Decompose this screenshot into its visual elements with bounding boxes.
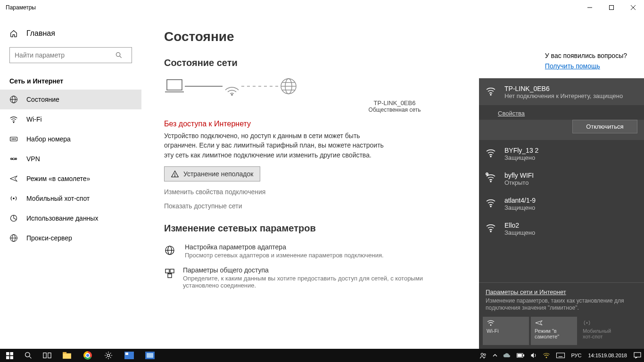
tray-clock[interactable]: 14:15 19.08.2018: [584, 349, 631, 362]
taskbar: РУС 14:15 19.08.2018: [0, 349, 644, 362]
tile-hotspot[interactable]: Мобильный хот-спот: [579, 317, 625, 345]
svg-point-45: [490, 231, 491, 232]
line-dashed-icon: [241, 85, 279, 88]
wifi-icon: [487, 320, 495, 326]
svg-rect-51: [10, 356, 13, 359]
network-status: Защищено: [504, 229, 535, 236]
svg-point-13: [15, 139, 16, 140]
window-title: Параметры: [6, 4, 36, 11]
taskbar-app-generic[interactable]: [140, 349, 160, 362]
network-ssid: atlant4/1-9: [504, 197, 536, 204]
search-input[interactable]: [10, 51, 116, 59]
search-box[interactable]: [9, 47, 132, 63]
sidebar-item-proxy[interactable]: Прокси-сервер: [0, 228, 141, 248]
disconnect-button[interactable]: Отключиться: [572, 120, 637, 133]
network-item[interactable]: BYFly_13 2Защищено: [479, 140, 644, 165]
troubleshoot-button[interactable]: Устранение неполадок: [164, 166, 260, 181]
svg-point-42: [490, 181, 491, 182]
start-button[interactable]: [0, 349, 19, 362]
search-button[interactable]: [19, 349, 38, 362]
tray-onedrive-icon[interactable]: [500, 349, 513, 362]
tray-lang[interactable]: РУС: [568, 349, 584, 362]
option-desc: Определите, к каким данным вы хотите пре…: [183, 275, 428, 289]
svg-point-41: [490, 156, 491, 157]
network-settings-link[interactable]: Параметры сети и Интернет: [486, 288, 566, 296]
tray-people[interactable]: [477, 349, 490, 362]
proxy-icon: [9, 234, 18, 242]
sidebar-item-label: Мобильный хот-спот: [26, 195, 90, 202]
tray-volume-icon[interactable]: [528, 349, 540, 362]
wifi-open-icon: [486, 172, 498, 186]
minimize-button[interactable]: [579, 0, 601, 15]
svg-rect-50: [6, 356, 9, 359]
option-sharing[interactable]: Параметры общего доступа Определите, к к…: [164, 266, 428, 289]
tile-label: Мобильный хот-спот: [583, 328, 621, 339]
taskview-button[interactable]: [38, 349, 57, 362]
nav-home[interactable]: Главная: [0, 25, 141, 42]
svg-rect-60: [125, 353, 128, 355]
help-link[interactable]: Получить помощь: [545, 62, 600, 70]
tile-airplane[interactable]: Режим "в самолете": [531, 317, 577, 345]
network-status: Защищено: [504, 154, 538, 161]
airplane-icon: [9, 174, 18, 183]
svg-line-53: [29, 356, 31, 358]
current-network[interactable]: TP-LINK_0EB6 Нет подключения к Интернету…: [479, 78, 644, 105]
line-solid-icon: [185, 85, 223, 88]
svg-point-11: [12, 139, 13, 140]
sidebar-item-vpn[interactable]: VPN: [0, 149, 141, 169]
svg-point-52: [25, 353, 30, 357]
tray-battery-icon[interactable]: [513, 349, 528, 362]
network-ssid: BYFly_13 2: [504, 147, 538, 154]
svg-point-68: [546, 357, 547, 358]
tray-keyboard-icon[interactable]: [553, 349, 568, 362]
sidebar-item-airplane[interactable]: Режим «в самолете»: [0, 169, 141, 189]
chrome-icon: [83, 351, 92, 360]
svg-rect-54: [43, 353, 46, 358]
tray-action-center[interactable]: [631, 349, 644, 362]
network-item[interactable]: atlant4/1-9Защищено: [479, 190, 644, 215]
sidebar-item-datausage[interactable]: Использование данных: [0, 208, 141, 228]
sidebar-item-hotspot[interactable]: Мобильный хот-спот: [0, 189, 141, 208]
svg-rect-62: [147, 353, 153, 358]
troubleshoot-label: Устранение неполадок: [183, 170, 253, 178]
vpn-icon: [9, 155, 18, 163]
taskbar-app-generic[interactable]: [119, 349, 140, 362]
sidebar-item-wifi[interactable]: Wi-Fi: [0, 109, 141, 129]
sidebar-item-status[interactable]: Состояние: [0, 90, 141, 109]
network-ssid: Ello2: [504, 222, 535, 229]
sidebar-item-label: VPN: [26, 155, 40, 163]
option-adapter[interactable]: Настройка параметров адаптера Просмотр с…: [164, 243, 428, 259]
network-properties-link[interactable]: Свойства: [498, 110, 644, 117]
taskbar-app-settings[interactable]: [98, 349, 119, 362]
taskbar-app-chrome[interactable]: [77, 349, 98, 362]
tile-label: Wi-Fi: [487, 328, 525, 334]
svg-point-31: [174, 176, 175, 176]
network-item[interactable]: Ello2Защищено: [479, 215, 644, 240]
close-button[interactable]: [622, 0, 644, 15]
svg-point-12: [13, 139, 14, 140]
svg-rect-1: [610, 6, 614, 10]
svg-point-23: [231, 94, 233, 96]
option-desc: Просмотр сетевых адаптеров и изменение п…: [185, 252, 384, 259]
nav-home-label: Главная: [26, 29, 55, 38]
network-status: Открыто: [504, 179, 534, 186]
svg-rect-55: [48, 353, 51, 358]
tray-network-icon[interactable]: [540, 349, 553, 362]
network-flyout: TP-LINK_0EB6 Нет подключения к Интернету…: [479, 78, 644, 349]
svg-rect-73: [634, 353, 641, 357]
tray-chevron-up-icon[interactable]: [490, 349, 500, 362]
tile-wifi[interactable]: Wi-Fi: [483, 317, 529, 345]
svg-line-5: [120, 56, 122, 58]
sidebar-item-dialup[interactable]: Набор номера: [0, 129, 141, 149]
sidebar-item-label: Wi-Fi: [26, 115, 42, 123]
titlebar: Параметры: [0, 0, 644, 15]
network-item[interactable]: byfly WIFIОткрыто: [479, 165, 644, 190]
taskbar-app-explorer[interactable]: [57, 349, 77, 362]
svg-rect-36: [170, 269, 174, 273]
wifi-icon: [486, 85, 498, 99]
svg-point-58: [107, 354, 109, 356]
network-ssid: byfly WIFI: [504, 172, 534, 179]
datausage-icon: [9, 214, 18, 222]
hotspot-icon: [583, 320, 591, 326]
maximize-button[interactable]: [601, 0, 622, 15]
